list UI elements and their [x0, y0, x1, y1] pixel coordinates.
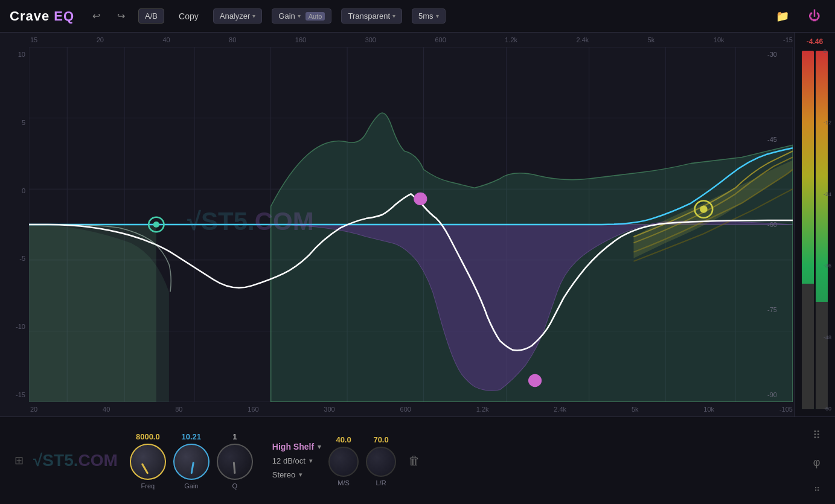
app-container: Crave EQ ↩ ↪ A/B Copy Analyzer ▾ Gain ▾ …	[0, 0, 835, 504]
ms-label: M/S	[338, 479, 350, 486]
eq-type-button[interactable]: High Shelf ▾	[272, 442, 321, 451]
freq-knob[interactable]	[130, 444, 166, 480]
db-axis-left: 10 5 0 -5 -10 -15	[0, 51, 29, 398]
copy-button[interactable]: Copy	[174, 9, 203, 24]
power-button[interactable]: ⏻	[804, 7, 825, 25]
right-icons: ⠿ φ ⠶	[810, 426, 823, 496]
latency-dropdown[interactable]: 5ms ▾	[412, 8, 446, 24]
midi-button[interactable]: ⠿	[810, 426, 823, 444]
phase-button[interactable]: φ	[811, 454, 823, 471]
bands-icon[interactable]: ⊞	[12, 451, 26, 470]
q-knob-indicator	[233, 461, 236, 473]
vu-db-labels: 0 -12 -24 -36 -48 -60	[824, 48, 831, 412]
q-value: 1	[232, 432, 237, 441]
folder-button[interactable]: 📁	[771, 7, 794, 25]
auto-badge: Auto	[306, 12, 325, 21]
analyzer-chevron-icon: ▾	[252, 13, 255, 19]
q-knob[interactable]	[217, 444, 253, 480]
gain-knob[interactable]	[173, 444, 210, 480]
gain-value: 10.21	[182, 432, 202, 441]
svg-point-19	[153, 222, 160, 228]
analyzer-dropdown[interactable]: Analyzer ▾	[213, 8, 263, 24]
vu-bar-left	[802, 51, 814, 409]
lr-knob[interactable]	[366, 447, 396, 477]
db-axis-right: -30 -45 -60 -75 -90	[764, 51, 793, 398]
ms-knob[interactable]	[328, 447, 359, 477]
header-bar: Crave EQ ↩ ↪ A/B Copy Analyzer ▾ Gain ▾ …	[0, 0, 835, 33]
undo-icon: ↩	[92, 10, 100, 22]
freq-knob-group: 8000.0 Freq	[130, 432, 166, 490]
bottom-watermark: √ST5.COM	[33, 451, 118, 470]
transparent-dropdown[interactable]: Transparent ▾	[341, 8, 402, 24]
freq-value: 8000.0	[136, 432, 160, 441]
bottom-controls: ⊞ √ST5.COM 8000.0 Freq 10.21 Gain	[0, 416, 835, 504]
freq-axis-top: 15 20 40 80 160 300 600 1.2k 2.4k 5k 10k…	[30, 36, 793, 43]
folder-icon: 📁	[776, 10, 789, 22]
grid-button[interactable]: ⠶	[811, 481, 822, 496]
eq-node-dip[interactable]	[529, 374, 542, 386]
main-area: 15 20 40 80 160 300 600 1.2k 2.4k 5k 10k…	[0, 33, 835, 504]
delete-band-button[interactable]: 🗑	[403, 451, 425, 470]
freq-knob-indicator	[141, 462, 149, 474]
app-logo: Crave EQ	[10, 8, 74, 24]
svg-point-20	[700, 206, 708, 213]
eq-slope-button[interactable]: 12 dB/oct ▾	[272, 456, 321, 465]
gain-chevron-icon: ▾	[298, 13, 301, 19]
eq-node-peak[interactable]	[414, 193, 427, 205]
q-knob-group: 1 Q	[217, 432, 253, 490]
eq-type-chevron-icon: ▾	[318, 443, 321, 451]
eq-channel-chevron-icon: ▾	[299, 471, 302, 479]
freq-label: Freq	[141, 482, 155, 490]
eq-slope-chevron-icon: ▾	[309, 457, 313, 465]
gain-dropdown[interactable]: Gain ▾ Auto	[272, 8, 331, 24]
vu-meter: -4.46 0 -12 -24 -36	[794, 33, 835, 416]
latency-chevron-icon: ▾	[436, 13, 439, 19]
vu-bar-left-empty	[802, 284, 814, 409]
gain-knob-group: 10.21 Gain	[173, 432, 210, 490]
eq-channel-button[interactable]: Stereo ▾	[272, 470, 321, 479]
ms-value: 40.0	[336, 435, 351, 444]
redo-button[interactable]: ↪	[114, 8, 129, 24]
vu-value: -4.46	[807, 37, 823, 46]
gain-knob-indicator	[190, 462, 194, 474]
eq-type-section: High Shelf ▾ 12 dB/oct ▾ Stereo ▾	[272, 442, 321, 479]
lr-section: 70.0 L/R	[366, 435, 396, 486]
q-label: Q	[232, 482, 238, 490]
gain-label: Gain	[184, 482, 198, 490]
freq-axis-bottom: 20 40 80 160 300 600 1.2k 2.4k 5k 10k -1…	[30, 406, 793, 413]
eq-canvas	[29, 47, 793, 402]
undo-button[interactable]: ↩	[89, 8, 104, 24]
lr-label: L/R	[376, 479, 386, 486]
ms-section: 40.0 M/S	[328, 435, 359, 486]
eq-display[interactable]: 15 20 40 80 160 300 600 1.2k 2.4k 5k 10k…	[0, 33, 835, 416]
power-icon: ⏻	[808, 9, 821, 22]
lr-value: 70.0	[373, 435, 388, 444]
transparent-chevron-icon: ▾	[392, 13, 395, 19]
ab-button[interactable]: A/B	[138, 8, 164, 24]
redo-icon: ↪	[117, 10, 125, 22]
